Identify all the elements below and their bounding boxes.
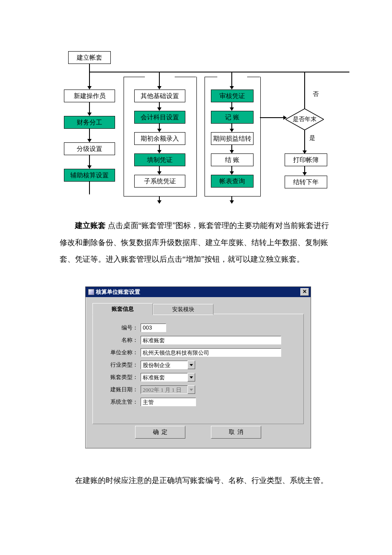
flow-box: 会计科目设置 bbox=[134, 111, 185, 124]
field-label: 行业类型： bbox=[101, 361, 141, 369]
para-text: 在建账的时候应注意的是正确填写账套编号、名称、行业类型、系统主管。 bbox=[75, 476, 328, 485]
dialog-account-setup: 核算单位账套设置 ✕ 账套信息 安装模块 编号： 003 名称： 标准账套 bbox=[85, 286, 311, 448]
dialog-titlebar: 核算单位账套设置 ✕ bbox=[86, 287, 311, 297]
flow-box: 其他基础设置 bbox=[134, 90, 185, 102]
para-heading: 建立账套 bbox=[75, 221, 106, 230]
flow-box: 结转下年 bbox=[285, 176, 327, 188]
chevron-down-icon bbox=[190, 364, 193, 366]
flow-box: 辅助核算设置 bbox=[64, 169, 115, 182]
tab-install-modules[interactable]: 安装模块 bbox=[153, 304, 213, 315]
dialog-title: 核算单位账套设置 bbox=[96, 288, 140, 296]
flow-box: 财务分工 bbox=[64, 116, 115, 129]
paragraph: 在建账的时候应注意的是正确填写账套编号、名称、行业类型、系统主管。 bbox=[60, 472, 332, 489]
field-label: 名称： bbox=[101, 336, 141, 344]
paragraph: 建立账套 点击桌面“账套管理”图标，账套管理的主要功能有对当前账套进行修改和删除… bbox=[60, 217, 332, 268]
date-select: 2002年 1 月 1 日 bbox=[141, 385, 187, 394]
name-input[interactable]: 标准账套 bbox=[141, 336, 281, 344]
flow-box: 期初余额录入 bbox=[134, 132, 185, 145]
flow-box: 期间损益结转 bbox=[211, 132, 254, 145]
dropdown-button-disabled bbox=[187, 385, 195, 394]
field-label: 编号： bbox=[101, 324, 141, 332]
flowchart: 建立帐套 新建操作员 财务分工 分级设置 辅助核算设置 其他基础设置 会计科目设… bbox=[55, 51, 349, 205]
app-icon bbox=[88, 289, 94, 295]
admin-input[interactable]: 主管 bbox=[141, 398, 196, 406]
flow-box: 新建操作员 bbox=[64, 90, 115, 102]
chevron-down-icon bbox=[190, 376, 193, 379]
type-select[interactable]: 标准账套 bbox=[141, 373, 187, 382]
field-label: 系统主管： bbox=[101, 398, 141, 406]
close-button[interactable]: ✕ bbox=[300, 288, 309, 296]
flow-decision: 是否年末 bbox=[285, 109, 324, 130]
flow-box: 记 账 bbox=[211, 111, 254, 124]
close-icon: ✕ bbox=[303, 289, 307, 295]
tab-strip: 账套信息 安装模块 bbox=[92, 303, 304, 314]
chevron-down-icon bbox=[190, 389, 193, 391]
flow-box: 建立帐套 bbox=[68, 51, 111, 64]
dropdown-button[interactable] bbox=[187, 373, 195, 382]
flow-yes-label: 是 bbox=[309, 134, 315, 142]
flow-no-label: 否 bbox=[313, 90, 319, 98]
ok-button[interactable]: 确定 bbox=[135, 426, 185, 439]
flow-box: 打印帐簿 bbox=[285, 153, 327, 166]
flow-box: 审核凭证 bbox=[211, 90, 254, 102]
flow-box: 分级设置 bbox=[64, 142, 115, 155]
field-label: 账套类型： bbox=[101, 373, 141, 381]
flow-box: 帐表查询 bbox=[211, 175, 254, 188]
flow-box: 填制凭证 bbox=[134, 153, 185, 166]
field-label: 建账日期： bbox=[101, 386, 141, 393]
field-label: 单位全称： bbox=[101, 349, 141, 356]
cancel-button[interactable]: 取消 bbox=[211, 426, 261, 439]
flow-box: 子系统凭证 bbox=[134, 175, 185, 188]
fullname-input[interactable]: 杭州天顿信息科技有限公司 bbox=[141, 348, 281, 357]
tab-panel: 编号： 003 名称： 标准账套 单位全称： 杭州天顿信息科技有限公司 行业类型… bbox=[92, 314, 304, 424]
flow-box: 结 账 bbox=[211, 153, 254, 166]
id-input[interactable]: 003 bbox=[141, 324, 166, 332]
industry-select[interactable]: 股份制企业 bbox=[141, 361, 187, 369]
dropdown-button[interactable] bbox=[187, 361, 195, 369]
tab-account-info[interactable]: 账套信息 bbox=[92, 303, 153, 315]
